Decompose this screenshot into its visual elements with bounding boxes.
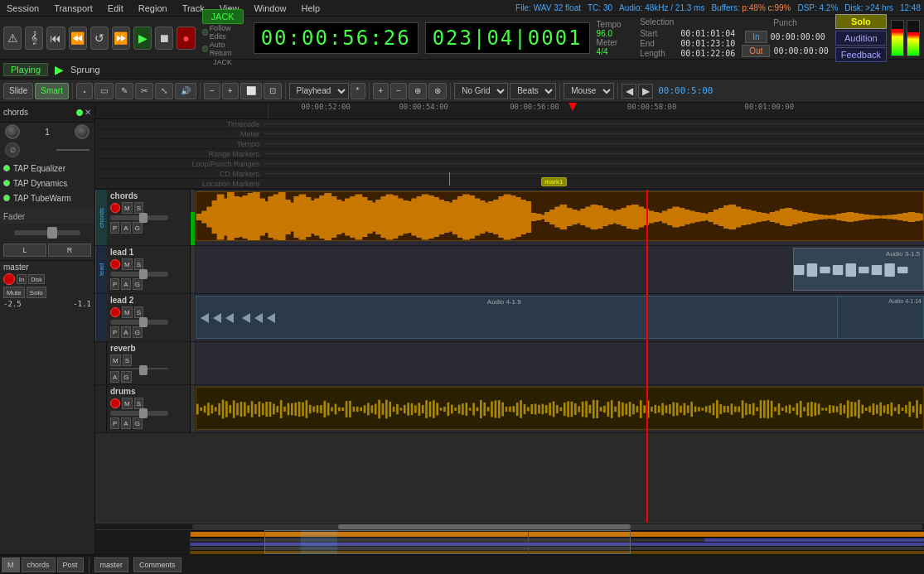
audition-button[interactable]: Audition bbox=[835, 31, 887, 46]
reverb-a-btn[interactable]: A bbox=[110, 371, 119, 383]
menu-window[interactable]: Window bbox=[250, 3, 289, 13]
drums-s-btn[interactable]: S bbox=[134, 398, 143, 409]
drums-region[interactable]: const drumsVw = document.currentScript.p… bbox=[196, 387, 924, 430]
lead1-track-content[interactable]: Audio 3-1.5 bbox=[196, 246, 924, 293]
right-channel-btn[interactable]: R bbox=[48, 244, 91, 257]
smart-tool[interactable]: Smart bbox=[35, 83, 69, 99]
play-button[interactable]: ▶ bbox=[133, 27, 152, 50]
lead1-s-btn[interactable]: S bbox=[134, 258, 143, 270]
horizontal-scrollbar[interactable] bbox=[95, 523, 924, 529]
phase-button[interactable]: ∅ bbox=[5, 142, 20, 157]
chords-rec-btn[interactable] bbox=[110, 203, 120, 213]
lead1-fader[interactable] bbox=[110, 272, 168, 277]
bottom-master-tab[interactable]: master bbox=[94, 557, 129, 572]
playhead-select[interactable]: Playhead bbox=[289, 83, 349, 99]
play-arrow-icon[interactable]: ▶ bbox=[55, 63, 64, 76]
menu-help[interactable]: Help bbox=[298, 3, 324, 13]
master-mute-btn[interactable]: Mute bbox=[3, 287, 25, 298]
lead2-region-right[interactable]: Audio 4-1.14 bbox=[837, 296, 924, 339]
lead2-m-btn[interactable]: M bbox=[122, 306, 133, 318]
grid-select[interactable]: No Grid bbox=[454, 83, 508, 99]
reverb-s-btn[interactable]: S bbox=[123, 355, 132, 366]
drums-fader-thumb[interactable] bbox=[139, 408, 148, 418]
lead2-track-content[interactable]: Audio 4-1.9 bbox=[196, 294, 924, 341]
chords-g-btn[interactable]: G bbox=[133, 222, 143, 234]
zoom-out-tool[interactable]: − bbox=[204, 83, 220, 99]
nudge-right[interactable]: ▶ bbox=[638, 84, 653, 99]
master-fader[interactable] bbox=[14, 230, 80, 235]
select-tool[interactable]: ▭ bbox=[94, 83, 114, 99]
panic-button[interactable]: ⚠ bbox=[3, 27, 22, 50]
loop-button[interactable]: ↺ bbox=[90, 27, 109, 50]
chords-p-btn[interactable]: P bbox=[110, 222, 119, 234]
scissors-tool[interactable]: ✂ bbox=[135, 83, 153, 99]
plugin-tap-dyn[interactable]: TAP Dynamics bbox=[0, 176, 94, 191]
bottom-tab-m[interactable]: M bbox=[2, 557, 20, 572]
chords-knob-2[interactable] bbox=[75, 124, 89, 139]
lead2-fader-thumb[interactable] bbox=[139, 317, 148, 327]
jack-button[interactable]: JACK bbox=[202, 9, 244, 24]
zoom-in-tool[interactable]: + bbox=[222, 83, 239, 99]
bottom-tab-post[interactable]: Post bbox=[57, 557, 84, 572]
mouse-select[interactable]: Mouse bbox=[564, 83, 614, 99]
record-button[interactable]: ● bbox=[177, 27, 195, 50]
reverb-g-btn[interactable]: G bbox=[121, 371, 131, 383]
ffwd[interactable]: ⏩ bbox=[112, 27, 130, 50]
speaker-tool[interactable]: 🔊 bbox=[175, 83, 196, 99]
nudge-left[interactable]: ◀ bbox=[622, 84, 636, 99]
reverb-fader-thumb[interactable] bbox=[139, 365, 148, 375]
master-in-btn[interactable]: In bbox=[17, 274, 27, 284]
lead2-a-btn[interactable]: A bbox=[121, 326, 130, 338]
chords-fader[interactable] bbox=[110, 215, 168, 220]
menu-session[interactable]: Session bbox=[3, 3, 42, 13]
master-disk-btn[interactable]: Disk bbox=[28, 274, 45, 284]
chords-m-btn[interactable]: M bbox=[122, 202, 133, 214]
extra-btn1[interactable]: ⊕ bbox=[409, 83, 427, 99]
left-channel-btn[interactable]: L bbox=[3, 244, 46, 257]
menu-transport[interactable]: Transport bbox=[51, 3, 96, 13]
plugin-tap-eq[interactable]: TAP Equalizer bbox=[0, 161, 94, 176]
cursor-tool[interactable]: ⬩ bbox=[76, 83, 93, 99]
plugin-tap-tube[interactable]: TAP TubeWarm bbox=[0, 191, 94, 205]
beats-select[interactable]: Beats bbox=[510, 83, 556, 99]
lead1-a-btn[interactable]: A bbox=[121, 278, 130, 290]
chords-close[interactable]: ✕ bbox=[85, 108, 91, 117]
stop-button[interactable]: ⏹ bbox=[155, 27, 173, 50]
slide-tool[interactable]: Slide bbox=[3, 83, 33, 99]
extra-btn2[interactable]: ⊗ bbox=[428, 83, 447, 99]
lead2-g-btn[interactable]: G bbox=[133, 326, 143, 338]
drums-g-btn[interactable]: G bbox=[133, 417, 143, 429]
drums-track-content[interactable]: const drumsVw = document.currentScript.p… bbox=[196, 385, 924, 432]
chords-waveform-region[interactable]: // Draw waveform bars const svg = docume… bbox=[196, 191, 924, 241]
pencil-tool[interactable]: ✎ bbox=[115, 83, 133, 99]
reverb-m-btn[interactable]: M bbox=[110, 355, 121, 366]
lead2-s-btn[interactable]: S bbox=[134, 306, 143, 318]
bars-display[interactable]: 023|04|0001 bbox=[425, 22, 590, 54]
drums-p-btn[interactable]: P bbox=[110, 417, 119, 429]
lead1-rec-btn[interactable] bbox=[110, 259, 120, 269]
comments-tab[interactable]: Comments bbox=[133, 557, 181, 572]
lead2-rec-btn[interactable] bbox=[110, 307, 120, 317]
lead1-p-btn[interactable]: P bbox=[110, 278, 119, 290]
menu-region[interactable]: Region bbox=[135, 3, 171, 13]
drums-a-btn[interactable]: A bbox=[121, 417, 130, 429]
rewind-start[interactable]: ⏮ bbox=[46, 27, 65, 50]
lead2-region-main[interactable]: Audio 4-1.9 bbox=[196, 296, 924, 339]
lead2-fader[interactable] bbox=[110, 320, 168, 325]
chords-fader-thumb[interactable] bbox=[139, 213, 148, 223]
fader-thumb[interactable] bbox=[47, 227, 57, 239]
scrollbar-thumb[interactable] bbox=[338, 524, 630, 529]
lead1-m-btn[interactable]: M bbox=[122, 258, 133, 270]
drums-fader[interactable] bbox=[110, 411, 168, 416]
punch-in-button[interactable]: In bbox=[745, 31, 767, 43]
chords-knob-1[interactable] bbox=[5, 124, 20, 139]
mini-timeline[interactable] bbox=[95, 529, 924, 554]
rewind[interactable]: ⏪ bbox=[69, 27, 87, 50]
drums-rec-btn[interactable] bbox=[110, 398, 120, 408]
zoom-sel-tool[interactable]: ⊡ bbox=[264, 83, 282, 99]
punch-out-button[interactable]: Out bbox=[742, 45, 770, 57]
minus-btn[interactable]: − bbox=[390, 83, 407, 99]
drums-m-btn[interactable]: M bbox=[122, 398, 133, 409]
lead2-p-btn[interactable]: P bbox=[110, 326, 119, 338]
feedback-button[interactable]: Feedback bbox=[835, 47, 887, 62]
